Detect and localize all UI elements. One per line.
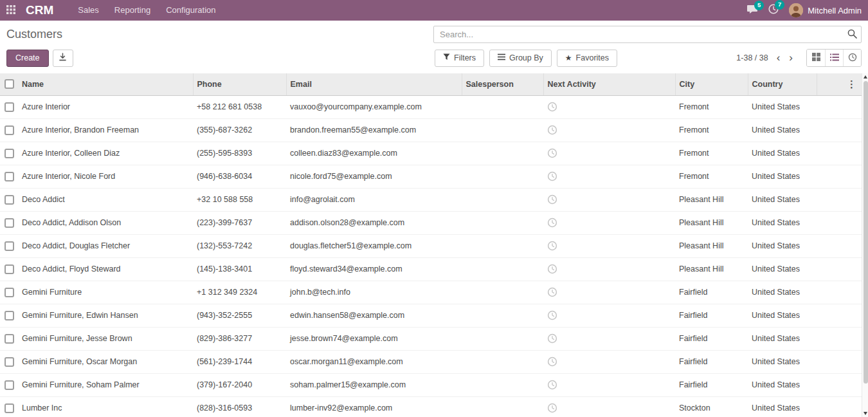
row-checkbox[interactable] [5, 195, 14, 205]
column-header-salesperson[interactable]: Salesperson [462, 73, 543, 95]
chevron-right-icon: › [789, 51, 793, 64]
kanban-view-button[interactable] [807, 50, 825, 66]
cell-email: soham.palmer15@example.com [286, 373, 462, 396]
table-row[interactable]: Deco Addict, Douglas Fletcher (132)-553-… [0, 234, 862, 257]
row-checkbox[interactable] [5, 218, 14, 228]
pager-next-button[interactable]: › [784, 51, 797, 64]
next-activity-clock-icon[interactable] [547, 287, 557, 296]
select-all-checkbox[interactable] [5, 79, 14, 89]
cell-phone: (145)-138-3401 [193, 257, 286, 281]
row-checkbox[interactable] [5, 288, 14, 297]
column-header-country[interactable]: Country [748, 73, 817, 95]
pager-previous-button[interactable]: ‹ [772, 51, 785, 64]
cell-country: United States [748, 304, 817, 327]
cell-country: United States [748, 165, 817, 188]
cell-phone: +58 212 681 0538 [193, 95, 286, 118]
table-row[interactable]: Deco Addict, Floyd Steward (145)-138-340… [0, 257, 862, 281]
cell-phone: (132)-553-7242 [193, 234, 286, 257]
next-activity-clock-icon[interactable] [547, 333, 557, 342]
cell-country: United States [748, 118, 817, 142]
cell-country: United States [748, 373, 817, 396]
cell-email: vauxoo@yourcompany.example.com [286, 95, 462, 118]
row-checkbox[interactable] [5, 172, 14, 181]
row-checkbox[interactable] [5, 357, 14, 367]
row-checkbox[interactable] [5, 264, 14, 274]
export-button[interactable] [53, 50, 73, 67]
favorites-button[interactable]: ★ Favorites [557, 50, 617, 67]
next-activity-clock-icon[interactable] [547, 171, 557, 180]
table-row[interactable]: Gemini Furniture +1 312 349 2324 john.b@… [0, 281, 862, 304]
row-checkbox[interactable] [5, 334, 14, 344]
menu-sales[interactable]: Sales [70, 0, 107, 21]
row-checkbox[interactable] [5, 403, 14, 413]
scroll-down-arrow[interactable] [863, 412, 867, 415]
create-button[interactable]: Create [6, 50, 49, 67]
cell-city: Fairfield [675, 304, 748, 327]
next-activity-clock-icon[interactable] [547, 264, 557, 273]
row-checkbox[interactable] [5, 241, 14, 251]
cell-email: lumber-inv92@example.com [286, 396, 462, 417]
next-activity-clock-icon[interactable] [547, 218, 557, 227]
cell-salesperson [462, 396, 543, 417]
scrollbar-thumb[interactable] [863, 81, 868, 384]
user-name: Mitchell Admin [808, 6, 862, 15]
table-row[interactable]: Azure Interior +58 212 681 0538 vauxoo@y… [0, 95, 862, 118]
app-brand[interactable]: CRM [26, 3, 53, 17]
next-activity-clock-icon[interactable] [547, 241, 557, 250]
cell-city: Fairfield [675, 281, 748, 304]
table-row[interactable]: Gemini Furniture, Edwin Hansen (943)-352… [0, 304, 862, 327]
table-row[interactable]: Azure Interior, Nicole Ford (946)-638-60… [0, 165, 862, 188]
table-row[interactable]: Azure Interior, Brandon Freeman (355)-68… [0, 118, 862, 142]
scroll-up-arrow[interactable] [863, 75, 867, 79]
table-row[interactable]: Gemini Furniture, Oscar Morgan (561)-239… [0, 350, 862, 373]
next-activity-clock-icon[interactable] [547, 148, 557, 157]
table-row[interactable]: Azure Interior, Colleen Diaz (255)-595-8… [0, 142, 862, 165]
column-header-next-activity[interactable]: Next Activity [543, 73, 675, 95]
next-activity-clock-icon[interactable] [547, 125, 557, 134]
messages-button[interactable]: 5 [747, 5, 758, 17]
cell-name: Deco Addict, Floyd Steward [18, 257, 193, 281]
table-row[interactable]: Deco Addict, Addison Olson (223)-399-763… [0, 211, 862, 234]
row-checkbox[interactable] [5, 380, 14, 390]
column-header-name[interactable]: Name [18, 73, 193, 95]
table-row[interactable]: Lumber Inc (828)-316-0593 lumber-inv92@e… [0, 396, 862, 417]
table-row[interactable]: Gemini Furniture, Jesse Brown (829)-386-… [0, 327, 862, 350]
vertical-scrollbar[interactable] [862, 73, 868, 417]
optional-columns-toggle[interactable]: ⋮ [847, 79, 856, 89]
column-header-city[interactable]: City [675, 73, 748, 95]
activity-view-button[interactable] [843, 50, 861, 66]
next-activity-clock-icon[interactable] [547, 357, 557, 366]
column-header-phone[interactable]: Phone [193, 73, 286, 95]
download-icon [59, 53, 67, 63]
row-checkbox[interactable] [5, 311, 14, 320]
table-row[interactable]: Deco Addict +32 10 588 558 info@agrolait… [0, 188, 862, 211]
search-icon[interactable] [847, 29, 857, 41]
next-activity-clock-icon[interactable] [547, 380, 557, 389]
view-switcher [806, 49, 862, 67]
next-activity-clock-icon[interactable] [547, 194, 557, 203]
row-checkbox[interactable] [5, 149, 14, 158]
next-activity-clock-icon[interactable] [547, 102, 557, 111]
next-activity-clock-icon[interactable] [547, 403, 557, 412]
search-input[interactable] [433, 26, 862, 43]
cell-city: Fremont [675, 165, 748, 188]
table-row[interactable]: Gemini Furniture, Soham Palmer (379)-167… [0, 373, 862, 396]
cell-city: Stockton [675, 396, 748, 417]
next-activity-clock-icon[interactable] [547, 310, 557, 319]
cell-salesperson [462, 118, 543, 142]
user-menu[interactable]: Mitchell Admin [789, 3, 862, 17]
group-by-button[interactable]: Group By [489, 50, 552, 67]
menu-reporting[interactable]: Reporting [107, 0, 158, 21]
activities-button[interactable]: 7 [768, 4, 779, 17]
row-checkbox[interactable] [5, 125, 14, 135]
column-header-email[interactable]: Email [286, 73, 462, 95]
cell-next-activity [543, 350, 675, 373]
list-view-button[interactable] [825, 50, 843, 66]
menu-configuration[interactable]: Configuration [158, 0, 223, 21]
row-checkbox[interactable] [5, 102, 14, 112]
cell-phone: +1 312 349 2324 [193, 281, 286, 304]
apps-menu-button[interactable] [0, 0, 22, 21]
filters-button[interactable]: Filters [435, 50, 484, 67]
cell-phone: (946)-638-6034 [193, 165, 286, 188]
cell-country: United States [748, 257, 817, 281]
